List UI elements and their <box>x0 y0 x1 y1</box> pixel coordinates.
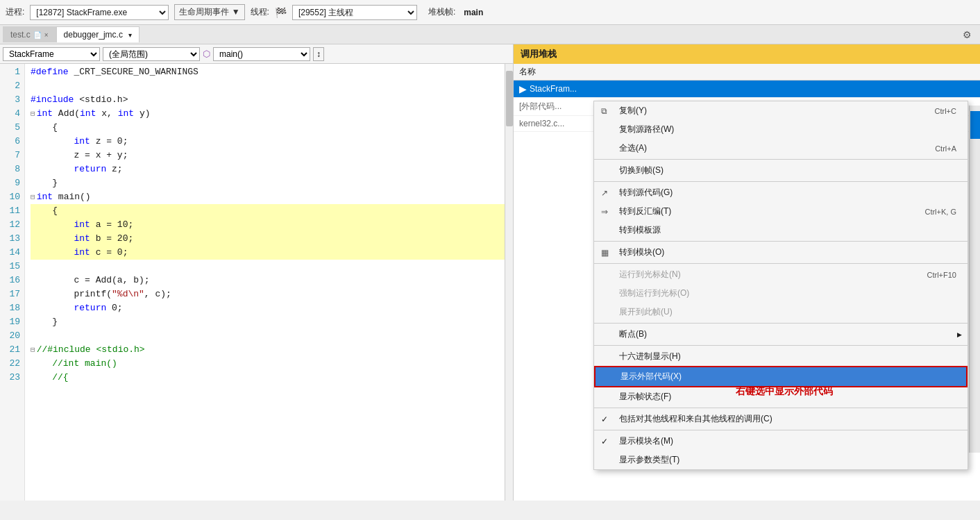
menu-item-run-cursor[interactable]: 运行到光标处(N) Ctrl+F10 <box>594 265 968 284</box>
menu-item-expand-frame[interactable]: 展开到此帧(U) <box>594 303 968 321</box>
menu-run-cursor-label: 运行到光标处(N) <box>619 269 681 280</box>
process-label: 进程: <box>6 6 24 18</box>
code-line-5: { <box>31 121 505 135</box>
code-line-18: return 0; <box>31 301 505 315</box>
code-line-22: //int main() <box>31 357 505 371</box>
menu-goto-module-label: 转到模块(O) <box>619 246 664 258</box>
check-threads-icon: ✓ <box>601 414 608 424</box>
menu-other-threads-label: 包括对其他线程和来自其他线程的调用(C) <box>619 413 772 425</box>
menu-item-copy[interactable]: ⧉ 复制(Y) Ctrl+C <box>594 101 968 120</box>
callstack-arrow-0: ▶ <box>519 83 527 94</box>
code-line-9: } <box>31 176 505 190</box>
goto-disasm-icon: ⇒ <box>601 207 608 217</box>
tab-debugger-jmc[interactable]: debugger_jmc.c ▾ <box>56 26 140 42</box>
context-menu: ⧉ 复制(Y) Ctrl+C 复制源路径(W) 全选(A) Ctrl+A 切换到… <box>593 101 968 470</box>
menu-item-select-all[interactable]: 全选(A) Ctrl+A <box>594 139 968 158</box>
callstack-title: 调用堆栈 <box>521 48 557 60</box>
menu-expand-frame-label: 展开到此帧(U) <box>619 306 673 318</box>
code-line-6: int z = 0; <box>31 135 505 149</box>
code-line-11: ➤ { <box>31 204 505 218</box>
menu-sep-7 <box>594 408 968 408</box>
menu-sep-6 <box>594 345 968 346</box>
code-line-14: int c = 0; <box>31 246 505 260</box>
menu-copy-path-label: 复制源路径(W) <box>619 124 674 135</box>
menu-show-external-label: 显示外部代码(X) <box>620 371 682 383</box>
menu-sep-4 <box>594 263 968 264</box>
menu-item-show-external[interactable]: 显示外部代码(X) <box>594 366 968 387</box>
code-line-2 <box>31 79 505 93</box>
code-line-10: ⊟int main() <box>31 190 505 204</box>
code-content[interactable]: 1 2 3 4 5 6 7 8 9 10 11 12 13 14 15 16 1 <box>0 64 513 501</box>
menu-item-goto-src[interactable]: ↗ 转到源代码(G) <box>594 183 968 202</box>
code-line-12: int a = 10; <box>31 218 505 232</box>
stackframe-value: main <box>464 8 483 17</box>
callstack-scroll-thumb[interactable] <box>970 111 980 139</box>
code-line-13: int b = 20; <box>31 232 505 246</box>
goto-src-icon: ↗ <box>601 188 608 198</box>
menu-breakpoints-label: 断点(B) <box>619 328 647 340</box>
menu-item-copy-path[interactable]: 复制源路径(W) <box>594 120 968 139</box>
menu-frame-status-label: 显示帧状态(F) <box>619 391 671 403</box>
menu-item-show-module[interactable]: ✓ 显示模块名(M) <box>594 432 968 451</box>
menu-goto-src-label: 转到源代码(G) <box>619 187 673 199</box>
scope-select[interactable]: (全局范围) <box>103 47 200 61</box>
callstack-item-name-0: StackFram... <box>530 84 577 94</box>
scroll-thumb[interactable] <box>506 71 513 126</box>
menu-show-module-label: 显示模块名(M) <box>619 435 673 447</box>
tab-down-arrow[interactable]: ▾ <box>128 31 132 39</box>
menu-force-run-label: 强制运行到光标(O) <box>619 287 689 299</box>
process-select[interactable]: [12872] StackFrame.exe <box>30 5 169 20</box>
nav-up-button[interactable]: ↕ <box>313 47 324 61</box>
tab-test-c-close[interactable]: × <box>44 31 49 39</box>
line-numbers: 1 2 3 4 5 6 7 8 9 10 11 12 13 14 15 16 1 <box>0 64 25 501</box>
tab-gear-icon[interactable]: ⚙ <box>957 29 977 40</box>
lifecycle-button[interactable]: 生命周期事件 ▼ <box>174 4 244 20</box>
code-line-7: z = x + y; <box>31 149 505 162</box>
thread-label: 线程: <box>251 6 269 18</box>
menu-item-force-run[interactable]: 强制运行到光标(O) <box>594 284 968 303</box>
menu-item-show-params[interactable]: 显示参数类型(T) <box>594 451 968 469</box>
code-line-16: c = Add(a, b); <box>31 274 505 287</box>
code-line-1: #define _CRT_SECURE_NO_WARNINGS <box>31 65 505 79</box>
tab-test-c[interactable]: test.c 📄 × <box>3 26 56 42</box>
menu-item-hex[interactable]: 十六进制显示(H) <box>594 347 968 366</box>
thread-select[interactable]: [29552] 主线程 <box>292 5 417 20</box>
code-line-21: ⊟//#include <stdio.h> <box>31 343 505 357</box>
tab-bar: test.c 📄 × debugger_jmc.c ▾ ⚙ <box>0 25 980 44</box>
menu-sep-2 <box>594 181 968 182</box>
menu-item-other-threads[interactable]: ✓ 包括对其他线程和来自其他线程的调用(C) <box>594 410 968 428</box>
check-module-icon: ✓ <box>601 437 608 446</box>
func-select[interactable]: main() <box>213 47 310 61</box>
module-icon: ▦ <box>601 248 609 258</box>
menu-copy-shortcut: Ctrl+C <box>935 107 956 115</box>
flag-icon: 🏁 <box>275 7 287 18</box>
menu-item-frame-status[interactable]: 显示帧状态(F) <box>594 387 968 406</box>
callstack-scrollbar[interactable] <box>969 106 980 453</box>
code-line-4: ⊟int Add(int x, int y) <box>31 107 505 121</box>
menu-item-goto-template[interactable]: 转到模板源 <box>594 221 968 240</box>
menu-show-params-label: 显示参数类型(T) <box>619 454 679 466</box>
callstack-header: 调用堆栈 <box>514 44 980 64</box>
menu-item-breakpoints[interactable]: 断点(B) <box>594 325 968 344</box>
scope-toolbar: StackFrame (全局范围) ⬡ main() ↕ <box>0 44 513 64</box>
app-container: 进程: [12872] StackFrame.exe 生命周期事件 ▼ 线程: … <box>0 0 980 520</box>
menu-copy-label: 复制(Y) <box>619 105 647 117</box>
callstack-col-header: 名称 <box>514 64 980 81</box>
menu-goto-disasm-shortcut: Ctrl+K, G <box>924 208 956 216</box>
code-lines[interactable]: #define _CRT_SECURE_NO_WARNINGS #include… <box>25 64 505 501</box>
menu-sep-8 <box>594 430 968 430</box>
code-line-3: #include <stdio.h> <box>31 93 505 107</box>
menu-item-goto-disasm[interactable]: ⇒ 转到反汇编(T) Ctrl+K, G <box>594 202 968 221</box>
menu-item-goto-module[interactable]: ▦ 转到模块(O) <box>594 243 968 262</box>
code-line-15 <box>31 260 505 274</box>
menu-sep-3 <box>594 241 968 242</box>
vertical-scrollbar[interactable] <box>505 64 513 501</box>
class-select[interactable]: StackFrame <box>3 47 100 61</box>
code-line-20 <box>31 329 505 343</box>
copy-icon: ⧉ <box>601 106 607 116</box>
callstack-item-name-2: kernel32.c... <box>519 119 564 128</box>
menu-sep-1 <box>594 159 968 160</box>
callstack-item-0[interactable]: ▶ StackFram... <box>514 81 980 98</box>
menu-select-all-label: 全选(A) <box>619 142 647 154</box>
menu-item-switch-frame[interactable]: 切换到帧(S) <box>594 161 968 180</box>
